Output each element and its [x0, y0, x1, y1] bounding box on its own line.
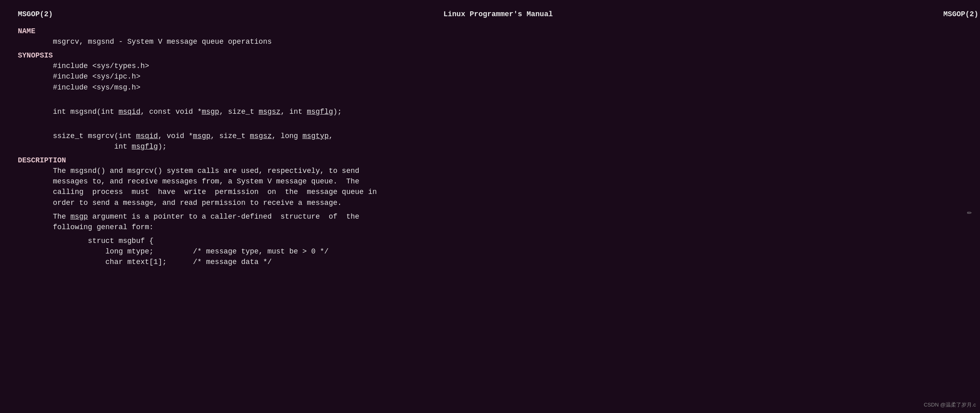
- struct-mtype: long mtype; /* message type, must be > 0…: [18, 246, 978, 257]
- proto-msgsnd: int msgsnd(int msqid, const void *msgp, …: [18, 96, 978, 117]
- desc-para1-l2: messages to, and receive messages from, …: [18, 176, 978, 187]
- desc-para2-l2: following general form:: [18, 222, 978, 232]
- name-content: msgrcv, msgsnd - System V message queue …: [18, 36, 978, 47]
- struct-mtext: char mtext[1]; /* message data */: [18, 257, 978, 267]
- description-label: DESCRIPTION: [18, 155, 978, 166]
- include-2: #include <sys/ipc.h>: [18, 71, 978, 82]
- section-synopsis: SYNOPSIS #include <sys/types.h> #include…: [18, 50, 978, 152]
- desc-para1-l3: calling process must have write permissi…: [18, 187, 978, 197]
- terminal-window: MSGOP(2) Linux Programmer's Manual MSGOP…: [8, 4, 980, 413]
- section-name: NAME msgrcv, msgsnd - System V message q…: [18, 26, 978, 47]
- header-right: MSGOP(2): [944, 9, 978, 19]
- scroll-indicator: ✏: [967, 206, 972, 218]
- header-left: MSGOP(2): [18, 9, 53, 19]
- name-label: NAME: [18, 26, 978, 36]
- watermark: CSDN @温柔了岁月.c: [924, 401, 976, 409]
- struct-open: struct msgbuf {: [18, 236, 978, 246]
- header-center: Linux Programmer's Manual: [443, 9, 553, 19]
- desc-para1-l4: order to send a message, and read permis…: [18, 198, 978, 208]
- section-description: DESCRIPTION The msgsnd() and msgrcv() sy…: [18, 155, 978, 267]
- synopsis-label: SYNOPSIS: [18, 50, 978, 61]
- proto-msgrcv-1: ssize_t msgrcv(int msqid, void *msgp, si…: [18, 120, 978, 141]
- desc-para1-l1: The msgsnd() and msgrcv() system calls a…: [18, 166, 978, 176]
- include-3: #include <sys/msg.h>: [18, 82, 978, 93]
- include-1: #include <sys/types.h>: [18, 61, 978, 71]
- desc-para2-l1: The msgp argument is a pointer to a call…: [18, 211, 978, 222]
- man-page-header: MSGOP(2) Linux Programmer's Manual MSGOP…: [18, 9, 978, 19]
- proto-msgrcv-2: int msgflg);: [18, 141, 978, 152]
